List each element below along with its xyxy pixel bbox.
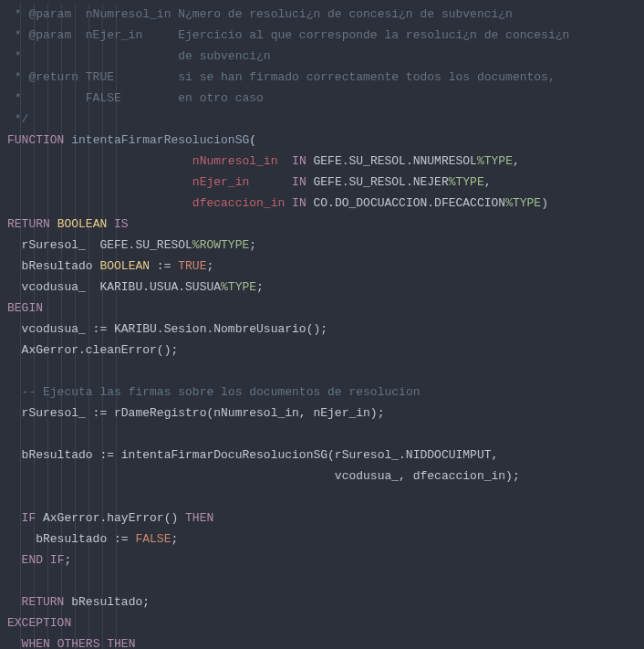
code-token: AxGerror.cleanError(); xyxy=(7,343,178,357)
code-token: rSuresol_ := rDameRegistro(nNumresol_in,… xyxy=(7,406,384,420)
code-token: END xyxy=(22,553,43,567)
code-line[interactable] xyxy=(7,570,644,591)
code-line[interactable]: -- Ejecuta las firmas sobre los document… xyxy=(7,382,644,403)
code-token: RETURN xyxy=(7,217,50,231)
code-token: GEFE.SU_RESOL.NEJER xyxy=(306,175,449,189)
code-token: bResultado xyxy=(7,259,99,273)
code-line[interactable]: vcodusua_ := KARIBU.Sesion.NombreUsuario… xyxy=(7,319,644,340)
code-token: %TYPE xyxy=(221,280,256,294)
code-token: RETURN xyxy=(22,595,65,609)
code-line[interactable]: bResultado := intentaFirmarDocuResolucio… xyxy=(7,445,644,466)
code-line[interactable]: rSuresol_ GEFE.SU_RESOL%ROWTYPE; xyxy=(7,235,644,256)
code-token: %TYPE xyxy=(477,154,513,168)
code-token: FUNCTION xyxy=(7,133,64,147)
code-token: ; xyxy=(249,238,256,252)
code-token xyxy=(7,511,22,525)
code-token: FALSE xyxy=(135,532,171,546)
code-token: IF xyxy=(22,511,36,525)
code-token xyxy=(7,175,192,189)
code-token: AxGerror.hayError() xyxy=(36,511,185,525)
code-line[interactable]: RETURN bResultado; xyxy=(7,591,644,612)
code-line[interactable]: * de subvenci¿n xyxy=(7,46,644,67)
code-token xyxy=(7,637,22,649)
code-token xyxy=(7,595,22,609)
code-token: bResultado := intentaFirmarDocuResolucio… xyxy=(7,448,498,462)
code-line[interactable]: BEGIN xyxy=(7,298,644,319)
code-token: BOOLEAN xyxy=(99,259,150,273)
code-token: vcodusua_ KARIBU.USUA.SUSUA xyxy=(7,280,221,294)
code-token: IN xyxy=(292,175,306,189)
code-token: CO.DO_DOCUACCION.DFECACCION xyxy=(306,196,505,210)
code-lines: * @param nNumresol_in N¿mero de resoluci… xyxy=(7,4,644,649)
code-token: %TYPE xyxy=(505,196,541,210)
code-line[interactable]: * FALSE en otro caso xyxy=(7,88,644,109)
code-token xyxy=(285,196,292,210)
code-line[interactable]: IF AxGerror.hayError() THEN xyxy=(7,508,644,529)
code-token: %ROWTYPE xyxy=(192,238,249,252)
code-token: GEFE.SU_RESOL.NNUMRESOL xyxy=(306,154,477,168)
code-token: * @param nNumresol_in N¿mero de resoluci… xyxy=(7,7,513,21)
code-line[interactable]: rSuresol_ := rDameRegistro(nNumresol_in,… xyxy=(7,403,644,424)
code-token xyxy=(7,196,192,210)
code-line[interactable]: nEjer_in IN GEFE.SU_RESOL.NEJER%TYPE, xyxy=(7,172,644,193)
code-line[interactable]: RETURN BOOLEAN IS xyxy=(7,214,644,235)
code-token: */ xyxy=(7,112,28,126)
code-line[interactable] xyxy=(7,361,644,382)
code-token: BEGIN xyxy=(7,301,43,315)
code-token: ; xyxy=(206,259,213,273)
code-line[interactable]: FUNCTION intentaFirmarResolucionSG( xyxy=(7,130,644,151)
code-token: * de subvenci¿n xyxy=(7,49,271,63)
code-token: vcodusua_, dfecaccion_in); xyxy=(7,469,520,483)
code-line[interactable]: vcodusua_, dfecaccion_in); xyxy=(7,466,644,487)
code-token: EXCEPTION xyxy=(7,616,71,630)
code-editor[interactable]: * @param nNumresol_in N¿mero de resoluci… xyxy=(0,4,644,649)
code-token: nNumresol_in xyxy=(192,154,285,168)
code-token: , xyxy=(513,154,520,168)
code-line[interactable]: AxGerror.cleanError(); xyxy=(7,340,644,361)
code-token: TRUE xyxy=(178,259,206,273)
code-token xyxy=(50,637,57,649)
code-line[interactable]: bResultado := FALSE; xyxy=(7,529,644,550)
code-token: IF xyxy=(50,553,65,567)
code-token: ; xyxy=(171,532,178,546)
code-token: -- Ejecuta las firmas sobre los document… xyxy=(22,385,421,399)
code-line[interactable]: WHEN OTHERS THEN xyxy=(7,633,644,649)
code-token: * FALSE en otro caso xyxy=(7,91,264,105)
code-token: ; xyxy=(256,280,264,294)
code-token xyxy=(7,154,192,168)
code-token: ) xyxy=(541,196,548,210)
code-token: bResultado; xyxy=(64,595,150,609)
code-token xyxy=(43,553,50,567)
code-line[interactable] xyxy=(7,487,644,508)
code-line[interactable]: END IF; xyxy=(7,550,644,570)
code-token xyxy=(7,553,22,567)
code-line[interactable]: * @param nEjer_in Ejercicio al que corre… xyxy=(7,25,644,46)
code-token xyxy=(107,217,114,231)
code-token: dfecaccion_in xyxy=(192,196,285,210)
code-token: * @return TRUE si se han firmado correct… xyxy=(7,70,556,84)
code-token xyxy=(50,217,57,231)
code-token xyxy=(7,385,22,399)
code-token: intentaFirmarResolucionSG xyxy=(71,133,249,147)
code-token: BOOLEAN xyxy=(57,217,108,231)
code-token: %TYPE xyxy=(449,175,484,189)
code-token: THEN xyxy=(185,511,213,525)
code-token xyxy=(285,175,292,189)
code-line[interactable]: bResultado BOOLEAN := TRUE; xyxy=(7,256,644,277)
code-line[interactable]: nNumresol_in IN GEFE.SU_RESOL.NNUMRESOL%… xyxy=(7,151,644,172)
code-token: IS xyxy=(114,217,129,231)
code-token: * @param nEjer_in Ejercicio al que corre… xyxy=(7,28,569,42)
code-line[interactable]: * @return TRUE si se han firmado correct… xyxy=(7,67,644,88)
code-token: WHEN xyxy=(22,637,50,649)
code-line[interactable] xyxy=(7,424,644,445)
code-line[interactable]: dfecaccion_in IN CO.DO_DOCUACCION.DFECAC… xyxy=(7,193,644,214)
code-token: vcodusua_ := KARIBU.Sesion.NombreUsuario… xyxy=(7,322,327,336)
code-token: bResultado := xyxy=(7,532,135,546)
code-line[interactable]: EXCEPTION xyxy=(7,612,644,633)
code-token: nEjer_in xyxy=(192,175,285,189)
code-token: , xyxy=(484,175,492,189)
code-token xyxy=(285,154,292,168)
code-line[interactable]: */ xyxy=(7,109,644,130)
code-line[interactable]: * @param nNumresol_in N¿mero de resoluci… xyxy=(7,4,644,25)
code-line[interactable]: vcodusua_ KARIBU.USUA.SUSUA%TYPE; xyxy=(7,277,644,298)
